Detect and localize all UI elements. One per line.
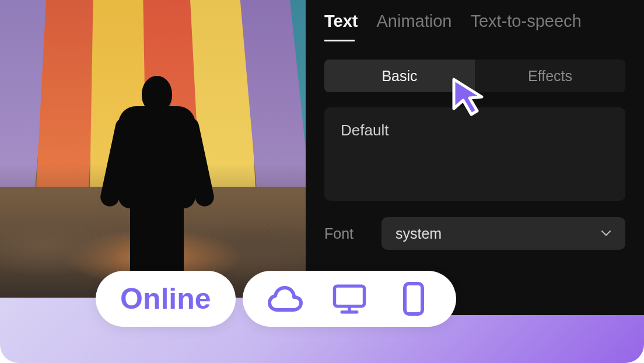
app-container: Text Animation Text-to-speech Basic Effe… (0, 0, 644, 363)
preset-label: Default (341, 121, 609, 139)
preview-image (0, 0, 306, 298)
cloud-icon[interactable] (267, 281, 303, 317)
platform-pill (243, 271, 456, 327)
svg-rect-0 (334, 286, 364, 306)
subtab-basic[interactable]: Basic (324, 60, 475, 92)
phone-icon[interactable] (396, 281, 432, 317)
online-pill: Online (96, 271, 236, 327)
svg-rect-3 (405, 284, 422, 314)
properties-panel: Text Animation Text-to-speech Basic Effe… (306, 0, 644, 315)
bottom-pill-bar: Online (96, 271, 456, 327)
online-label: Online (120, 282, 211, 316)
chevron-down-icon (601, 228, 611, 239)
subtab-effects[interactable]: Effects (475, 60, 625, 92)
monitor-icon[interactable] (331, 281, 368, 317)
tab-animation[interactable]: Animation (376, 12, 452, 33)
tab-text-to-speech[interactable]: Text-to-speech (470, 12, 581, 33)
secondary-tab-bar: Basic Effects (324, 60, 625, 92)
preset-box[interactable]: Default (324, 107, 625, 201)
font-row: Font system (324, 217, 625, 250)
font-dropdown[interactable]: system (382, 217, 625, 250)
font-label: Font (324, 225, 365, 242)
font-value: system (396, 225, 442, 242)
primary-tab-bar: Text Animation Text-to-speech (306, 0, 644, 44)
tab-text[interactable]: Text (324, 12, 358, 33)
video-preview (0, 0, 306, 298)
